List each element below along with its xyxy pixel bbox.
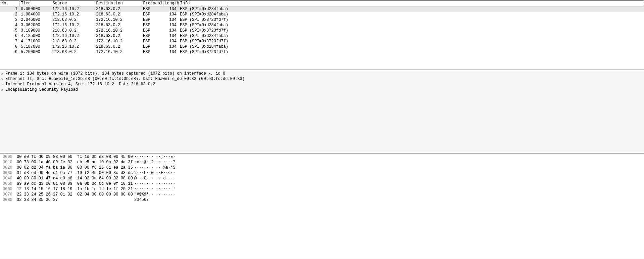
hex-row[interactable]: 006012 13 14 15 16 17 18 19 1a 1b 1c 1d …: [3, 186, 641, 192]
hex-offset: 0030: [3, 170, 17, 176]
hex-bytes: 12 13 14 15 16 17 18 19 1a 1b 1c 1d 1e 1…: [17, 186, 134, 192]
cell-protocol: ESP: [142, 33, 163, 39]
expand-icon[interactable]: >: [1, 77, 5, 81]
cell-protocol: ESP: [142, 17, 163, 23]
hex-bytes: 32 33 34 35 36 37: [17, 197, 134, 203]
packet-row[interactable]: 21.984000172.16.10.2218.63.0.2ESP134ESP …: [0, 12, 644, 17]
cell-no: 7: [0, 39, 19, 44]
cell-source: 172.16.10.2: [51, 23, 95, 28]
cell-time: 0.000000: [19, 6, 51, 12]
packet-table: No. Time Source Destination Protocol Len…: [0, 0, 644, 55]
cell-destination: 218.63.0.2: [95, 33, 142, 39]
packet-details-pane[interactable]: >Frame 1: 134 bytes on wire (1072 bits),…: [0, 70, 644, 153]
cell-no: 6: [0, 33, 19, 39]
hex-offset: 0050: [3, 181, 17, 186]
cell-time: 4.125000: [19, 33, 51, 39]
cell-protocol: ESP: [142, 49, 163, 55]
cell-protocol: ESP: [142, 28, 163, 33]
hex-bytes: 00 02 d2 84 fa ba 1a 00 00 00 f6 25 61 e…: [17, 165, 134, 170]
cell-info: ESP (SPI=0x3723fd7f): [179, 17, 644, 23]
hex-row[interactable]: 007022 23 24 25 26 27 01 02 02 04 00 00 …: [3, 192, 641, 197]
detail-tree-item[interactable]: >Frame 1: 134 bytes on wire (1072 bits),…: [0, 71, 644, 76]
expand-icon[interactable]: >: [1, 83, 5, 86]
hex-bytes: 40 00 80 01 47 d4 c0 a8 14 02 0a 64 00 0…: [17, 176, 134, 181]
cell-source: 172.16.10.2: [51, 44, 95, 49]
packet-row[interactable]: 43.062000172.16.10.2218.63.0.2ESP134ESP …: [0, 23, 644, 28]
packet-list-pane[interactable]: No. Time Source Destination Protocol Len…: [0, 0, 644, 70]
detail-tree-label: Internet Protocol Version 4, Src: 172.16…: [5, 82, 155, 87]
cell-info: ESP (SPI=0x3723fd7f): [179, 28, 644, 33]
hex-row[interactable]: 0050a9 a9 dc d3 00 01 08 09 0a 0b 0c 0d …: [3, 181, 641, 186]
packet-row[interactable]: 10.000000172.16.10.2218.63.0.2ESP134ESP …: [0, 6, 644, 12]
detail-tree-item[interactable]: >Encapsulating Security Payload: [0, 87, 644, 92]
packet-row[interactable]: 53.109000218.63.0.2172.16.10.2ESP134ESP …: [0, 28, 644, 33]
cell-no: 1: [0, 6, 19, 12]
cell-info: ESP (SPI=0xd284faba): [179, 12, 644, 17]
cell-destination: 172.16.10.2: [95, 17, 142, 23]
cell-protocol: ESP: [142, 44, 163, 49]
hex-ascii: ········ ······ !: [134, 186, 175, 192]
cell-protocol: ESP: [142, 39, 163, 44]
detail-tree-label: Frame 1: 134 bytes on wire (1072 bits), …: [5, 71, 225, 76]
hex-row[interactable]: 002000 02 d2 84 fa ba 1a 00 00 00 f6 25 …: [3, 165, 641, 170]
cell-info: ESP (SPI=0xd284faba): [179, 23, 644, 28]
hex-offset: 0040: [3, 176, 17, 181]
col-header-protocol[interactable]: Protocol: [142, 1, 163, 6]
hex-ascii: ·x··@··2 ·······?: [134, 160, 175, 165]
cell-no: 5: [0, 28, 19, 33]
cell-length: 134: [163, 49, 179, 55]
packet-row[interactable]: 64.125000172.16.10.2218.63.0.2ESP134ESP …: [0, 33, 644, 39]
cell-destination: 172.16.10.2: [95, 28, 142, 33]
hex-offset: 0020: [3, 165, 17, 170]
packet-row[interactable]: 95.250000218.63.0.2172.16.10.2ESP134ESP …: [0, 49, 644, 55]
packet-header-row[interactable]: No. Time Source Destination Protocol Len…: [0, 1, 644, 6]
cell-no: 2: [0, 12, 19, 17]
expand-icon[interactable]: >: [1, 72, 5, 76]
cell-length: 134: [163, 33, 179, 39]
hex-ascii: ········ ··;···E·: [134, 154, 175, 160]
detail-tree-item[interactable]: >Internet Protocol Version 4, Src: 172.1…: [0, 82, 644, 87]
hex-row[interactable]: 000000 e0 fc d6 09 83 00 e0 fc 1d 3b e8 …: [3, 154, 641, 160]
hex-ascii: ········ ········: [134, 181, 175, 186]
hex-row[interactable]: 004040 00 80 01 47 d4 c0 a8 14 02 0a 64 …: [3, 176, 641, 181]
detail-tree-label: Encapsulating Security Payload: [5, 87, 78, 92]
cell-no: 8: [0, 44, 19, 49]
col-header-length[interactable]: Length: [163, 1, 179, 6]
cell-length: 134: [163, 44, 179, 49]
cell-protocol: ESP: [142, 12, 163, 17]
hex-offset: 0000: [3, 154, 17, 160]
cell-protocol: ESP: [142, 23, 163, 28]
cell-length: 134: [163, 28, 179, 33]
cell-length: 134: [163, 6, 179, 12]
cell-source: 218.63.0.2: [51, 28, 95, 33]
cell-source: 172.16.10.2: [51, 33, 95, 39]
cell-info: ESP (SPI=0xd284faba): [179, 6, 644, 12]
col-header-no[interactable]: No.: [0, 1, 19, 6]
cell-length: 134: [163, 39, 179, 44]
col-header-destination[interactable]: Destination: [95, 1, 142, 6]
hex-row[interactable]: 008032 33 34 35 36 37 234567: [3, 197, 641, 203]
cell-no: 9: [0, 49, 19, 55]
hex-ascii: @···G··· ···d····: [134, 176, 175, 181]
cell-no: 4: [0, 23, 19, 28]
hex-row[interactable]: 00303f d3 ed d0 4c d1 9a 77 19 f2 45 00 …: [3, 170, 641, 176]
cell-time: 4.171000: [19, 39, 51, 44]
packet-bytes-pane[interactable]: 000000 e0 fc d6 09 83 00 e0 fc 1d 3b e8 …: [0, 153, 644, 259]
cell-destination: 218.63.0.2: [95, 12, 142, 17]
packet-row[interactable]: 32.046000218.63.0.2172.16.10.2ESP134ESP …: [0, 17, 644, 23]
hex-ascii: 234567: [134, 197, 149, 203]
hex-row[interactable]: 001000 78 00 1a 40 00 fe 32 eb e5 ac 10 …: [3, 160, 641, 165]
col-header-source[interactable]: Source: [51, 1, 95, 6]
col-header-time[interactable]: Time: [19, 1, 51, 6]
cell-info: ESP (SPI=0xd284faba): [179, 33, 644, 39]
hex-offset: 0080: [3, 197, 17, 203]
cell-info: ESP (SPI=0x3723fd7f): [179, 49, 644, 55]
packet-row[interactable]: 74.171000218.63.0.2172.16.10.2ESP134ESP …: [0, 39, 644, 44]
cell-destination: 172.16.10.2: [95, 39, 142, 44]
cell-info: ESP (SPI=0xd284faba): [179, 44, 644, 49]
col-header-info[interactable]: Info: [179, 1, 644, 6]
expand-icon[interactable]: >: [1, 88, 5, 92]
cell-time: 3.109000: [19, 28, 51, 33]
detail-tree-item[interactable]: >Ethernet II, Src: HuaweiTe_1d:3b:e8 (00…: [0, 76, 644, 82]
packet-row[interactable]: 85.187000172.16.10.2218.63.0.2ESP134ESP …: [0, 44, 644, 49]
